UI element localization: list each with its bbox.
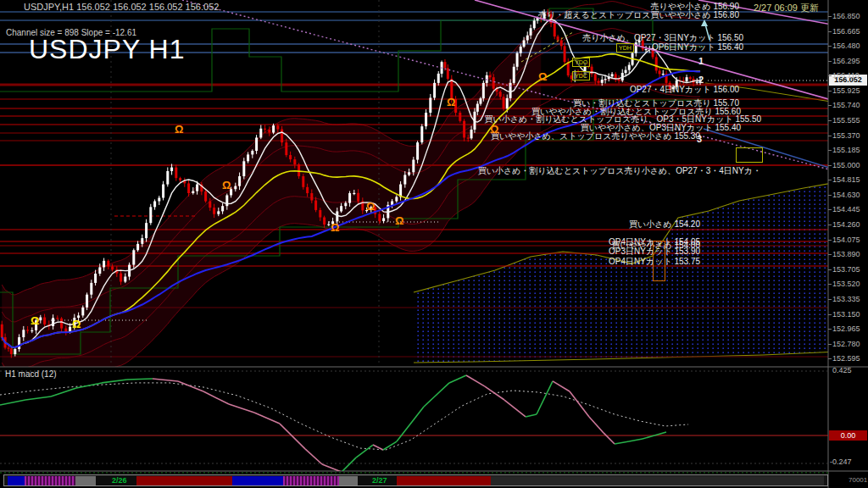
chart-canvas[interactable] — [0, 0, 868, 488]
timeline-date-label: 2/26 — [112, 476, 127, 485]
macd-line-segment — [127, 379, 153, 380]
macd-line-segment — [485, 386, 504, 400]
yesterday-level-box: YDH — [616, 43, 634, 53]
macd-line-segment — [153, 379, 178, 381]
future-cloud — [414, 178, 858, 363]
axis-tick-label: 156.110 — [832, 71, 860, 80]
level-annotation: OP6日NYカット 156.40 — [652, 43, 743, 52]
omega-signal-icon: Ω — [366, 201, 375, 212]
page-title: USDJPY H1 — [29, 34, 185, 65]
macd-line-segment — [654, 432, 666, 435]
macd-line-segment — [51, 388, 76, 396]
axis-tick-label: 153.890 — [832, 250, 860, 258]
marker-box — [653, 241, 665, 281]
yesterday-level-box: YDO — [572, 58, 590, 67]
macd-line-segment — [504, 400, 526, 417]
axis-tick — [828, 16, 832, 17]
axis-tick — [828, 91, 832, 92]
axis-tick — [828, 31, 832, 32]
macd-line-segment — [615, 441, 629, 444]
macd-line-segment — [305, 449, 322, 464]
session-segment — [232, 476, 283, 485]
trading-chart-window: USDJPY,H1 156.052 156.052 156.052 156.05… — [0, 0, 868, 488]
macd-line-segment — [254, 413, 280, 424]
macd-line-segment — [0, 400, 25, 405]
axis-tick-label: 154.815 — [832, 175, 860, 184]
omega-signal-icon: Ω — [222, 180, 231, 191]
axis-tick-label: 153.520 — [832, 280, 860, 288]
session-timeline-bar: macd OS 2/262/27 — [3, 474, 828, 486]
axis-tick — [828, 284, 832, 285]
omega-signal-icon: Ω — [447, 97, 455, 108]
omega-signal-icon: Ω — [538, 71, 547, 82]
axis-tick — [828, 195, 832, 196]
indicator-label: H1 macd (12) — [5, 369, 57, 379]
omega-signal-icon: Ω — [175, 124, 183, 135]
macd-line-segment — [397, 407, 424, 441]
axis-tick-label: 154.630 — [832, 191, 860, 199]
level-annotation: OP27・4日NYカット 156.00 — [630, 86, 739, 94]
macd-line-segment — [466, 375, 485, 386]
axis-tick — [828, 240, 832, 241]
level-annotation: 買い小さめ・割り込むとストップロス売り小さめ、OP27・3・4日NYカ・ — [478, 167, 761, 175]
macd-line-segment — [589, 417, 604, 433]
axis-tick-label: 156.850 — [832, 12, 860, 20]
session-segment — [491, 476, 824, 485]
axis-tick-label: 154.075 — [832, 236, 860, 244]
macd-line-segment — [553, 381, 570, 391]
omega-signal-icon: Ω — [72, 319, 81, 330]
macd-signal-line — [0, 383, 688, 450]
macd-line-segment — [203, 391, 229, 404]
corner-counter: 70001 — [849, 476, 867, 484]
ohlc-header: USDJPY,H1 156.052 156.052 156.052 156.05… — [24, 2, 219, 12]
session-segment — [8, 476, 25, 485]
last-updated-label: 2/27 06:09 更新 — [754, 2, 819, 14]
macd-line-segment — [424, 383, 449, 407]
level-annotation: 売り・超えるとストップロス買いやや小さめ 156.80 — [538, 11, 739, 19]
axis-tick-label: 152.595 — [832, 354, 860, 363]
axis-tick-label: 155.740 — [832, 101, 860, 109]
macd-line-segment — [629, 439, 643, 441]
macd-line-segment — [643, 435, 654, 439]
axis-tick-label: 156.480 — [832, 42, 860, 50]
axis-tick-label: 152.780 — [832, 340, 860, 348]
axis-tick-label: 155.000 — [832, 161, 860, 169]
axis-tick-label: 152.965 — [832, 324, 860, 333]
omega-signal-icon: Ω — [395, 215, 403, 226]
count-marker: 1 — [698, 56, 704, 66]
indicator-zero-tag: 0.00 — [829, 430, 867, 441]
axis-tick-label: 154.445 — [832, 205, 860, 214]
axis-tick — [828, 120, 832, 121]
omega-signal-icon: Ω — [331, 222, 339, 233]
indicator-axis-min: -0.247 — [830, 458, 852, 466]
axis-tick — [828, 136, 832, 136]
axis-tick-label: 153.150 — [832, 310, 860, 319]
axis-tick — [828, 150, 832, 151]
axis-tick — [828, 314, 832, 315]
axis-tick-label: 155.925 — [832, 86, 860, 95]
session-segment — [397, 476, 491, 485]
marker-box — [736, 147, 763, 163]
axis-tick — [828, 254, 832, 255]
macd-line-segment — [76, 383, 102, 388]
axis-tick — [828, 329, 832, 330]
omega-signal-icon: Ω — [490, 124, 498, 135]
axis-tick — [828, 358, 832, 359]
level-annotation: 買いやや小さめ、ストップロス売りやや小さめ 155.30 — [491, 132, 700, 141]
macd-pane[interactable] — [0, 371, 828, 472]
session-segment — [75, 476, 96, 485]
macd-line-segment — [280, 424, 305, 449]
session-segment — [136, 476, 232, 485]
level-annotation: 売り小さめ、OP27・3日NYカット 156.50 — [582, 34, 743, 42]
omega-signal-icon: Ω — [31, 315, 39, 326]
axis-tick-label: 153.705 — [832, 265, 860, 274]
macd-line-segment — [229, 404, 254, 413]
session-strip — [0, 472, 828, 474]
axis-tick — [828, 299, 832, 300]
axis-tick-label: 154.260 — [832, 220, 860, 229]
macd-line-segment — [25, 396, 51, 400]
macd-line-segment — [526, 414, 537, 417]
axis-tick — [828, 344, 832, 345]
axis-tick-label: 155.370 — [832, 131, 860, 140]
session-segment — [25, 476, 75, 485]
